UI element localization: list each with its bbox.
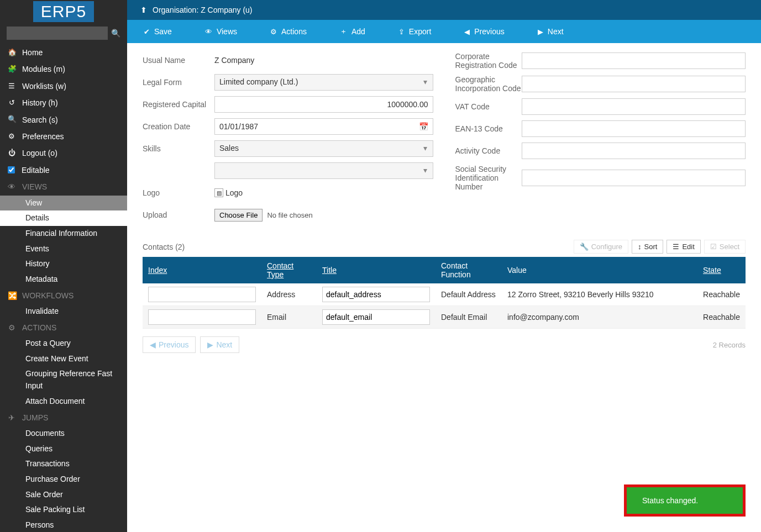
skills-select-2[interactable] (214, 162, 433, 179)
wrench-icon: 🔧 (580, 243, 589, 251)
main: ⬆ Organisation: Z Company (u) ✔Save 👁Vie… (127, 0, 761, 532)
nav-search[interactable]: 🔍Search (s) (0, 112, 127, 128)
export-button[interactable]: ⇪Export (382, 20, 448, 43)
row1-title-input[interactable] (322, 309, 430, 325)
geo-inc-input[interactable] (522, 76, 746, 92)
broken-image-icon: ▨ (214, 188, 223, 197)
row1-value: info@zcompany.com (502, 306, 697, 329)
corp-reg-input[interactable] (522, 52, 746, 69)
skills-label: Skills (143, 144, 214, 153)
editable-checkbox[interactable] (8, 166, 15, 173)
ssn-label: Social Security Identification Number (455, 165, 522, 191)
sidebar-item-view[interactable]: View (0, 196, 127, 211)
sidebar-item-events[interactable]: Events (0, 241, 127, 257)
sidebar-item-transactions[interactable]: Transactions (0, 456, 127, 472)
legal-form-select[interactable]: Limited company (Ltd.) (214, 74, 433, 91)
save-button[interactable]: ✔Save (127, 20, 188, 43)
actions-button[interactable]: ⚙Actions (254, 20, 323, 43)
col-index[interactable]: Index (143, 257, 261, 283)
choose-file-button[interactable]: Choose File (214, 209, 263, 222)
sidebar-item-metadata[interactable]: Metadata (0, 272, 127, 287)
save-label: Save (154, 27, 172, 36)
cogs-icon: ⚙ (8, 322, 15, 334)
sort-button[interactable]: ↕Sort (632, 240, 663, 254)
row0-type: Address (261, 283, 317, 306)
col-contact-function[interactable]: Contact Function (435, 257, 502, 283)
skills-select-1[interactable]: Sales (214, 140, 433, 157)
views-button[interactable]: 👁Views (188, 20, 254, 43)
sidebar-item-documents[interactable]: Documents (0, 426, 127, 441)
col-value[interactable]: Value (502, 257, 697, 283)
breadcrumb[interactable]: ⬆ Organisation: Z Company (u) (127, 0, 761, 20)
sidebar-item-persons[interactable]: Persons (0, 518, 127, 532)
sidebar-item-sale-packing[interactable]: Sale Packing List (0, 502, 127, 518)
nav-search-label: Search (s) (22, 114, 58, 126)
search-input[interactable] (7, 27, 108, 40)
col-title[interactable]: Title (317, 257, 435, 283)
section-workflows-label: WORKFLOWS (22, 289, 74, 302)
eye-icon: 👁 (8, 181, 15, 193)
home-icon: 🏠 (8, 47, 15, 59)
calendar-icon[interactable]: 📅 (419, 122, 428, 131)
next-button[interactable]: ▶Next (521, 20, 580, 43)
sidebar-item-financial[interactable]: Financial Information (0, 226, 127, 241)
select-button: ☑Select (704, 240, 746, 254)
edit-button[interactable]: ☰Edit (666, 240, 700, 254)
sidebar-item-history[interactable]: History (0, 256, 127, 272)
usual-name-label: Usual Name (143, 56, 214, 65)
sidebar-item-invalidate[interactable]: Invalidate (0, 304, 127, 319)
breadcrumb-text: Organisation: Z Company (u) (153, 6, 253, 14)
sidebar-item-sale-order[interactable]: Sale Order (0, 487, 127, 503)
up-arrow-icon[interactable]: ⬆ (140, 6, 147, 14)
nav-logout[interactable]: ⏻Logout (o) (0, 145, 127, 161)
sidebar-item-attach[interactable]: Attach Document (0, 394, 127, 409)
ean-input[interactable] (522, 120, 746, 137)
legal-form-label: Legal Form (143, 78, 214, 87)
section-jumps: ✈JUMPS (0, 409, 127, 426)
content: Usual NameZ Company Legal FormLimited co… (127, 43, 761, 532)
app-logo: ERP5 (33, 1, 94, 22)
usual-name-value: Z Company (214, 56, 433, 65)
nav-editable[interactable]: Editable (0, 162, 127, 178)
row0-index-input[interactable] (148, 287, 256, 302)
magnify-icon: 🔍 (8, 114, 15, 125)
col-contact-type[interactable]: Contact Type (261, 257, 317, 283)
nav-modules[interactable]: 🧩Modules (m) (0, 61, 127, 77)
add-label: Add (351, 27, 365, 36)
sidebar-item-create-event[interactable]: Create New Event (0, 351, 127, 367)
nav-preferences[interactable]: ⚙Preferences (0, 128, 127, 145)
add-button[interactable]: ＋Add (323, 20, 382, 43)
sidebar-item-queries[interactable]: Queries (0, 441, 127, 457)
creation-date-input[interactable]: 01/01/1987📅 (214, 118, 433, 135)
sidebar-item-grouping[interactable]: Grouping Reference Fast Input (0, 366, 127, 393)
search-icon[interactable]: 🔍 (111, 29, 120, 38)
sidebar-item-purchase-order[interactable]: Purchase Order (0, 472, 127, 487)
row1-state: Reachable (697, 306, 746, 329)
caret-right-icon: ▶ (207, 340, 213, 349)
configure-button: 🔧Configure (574, 240, 628, 254)
nav-home[interactable]: 🏠Home (0, 44, 127, 61)
check-icon: ✔ (144, 28, 150, 36)
nav-history[interactable]: ↺History (h) (0, 94, 127, 111)
sidebar-item-details[interactable]: Details (0, 210, 127, 226)
registered-capital-input[interactable] (214, 96, 433, 113)
activity-input[interactable] (522, 143, 746, 159)
nav-worklists[interactable]: ☰Worklists (w) (0, 78, 127, 94)
sidebar-item-post-query[interactable]: Post a Query (0, 336, 127, 351)
sliders-icon: ⚙ (8, 131, 15, 143)
ssn-input[interactable] (522, 170, 746, 186)
sort-label: Sort (644, 243, 658, 251)
section-actions-label: ACTIONS (22, 322, 56, 334)
creation-date-value: 01/01/1987 (219, 122, 258, 131)
previous-button[interactable]: ◀Previous (448, 20, 521, 43)
ean-label: EAN-13 Code (455, 124, 522, 133)
puzzle-icon: 🧩 (8, 64, 15, 75)
row1-index-input[interactable] (148, 309, 256, 325)
row0-title-input[interactable] (322, 287, 430, 302)
vat-input[interactable] (522, 98, 746, 115)
pager-next: ▶Next (200, 336, 239, 353)
table-row[interactable]: Address Default Address 12 Zorro Street,… (143, 283, 746, 306)
plane-icon: ✈ (8, 412, 15, 424)
col-state[interactable]: State (697, 257, 746, 283)
table-row[interactable]: Email Default Email info@zcompany.com Re… (143, 306, 746, 329)
